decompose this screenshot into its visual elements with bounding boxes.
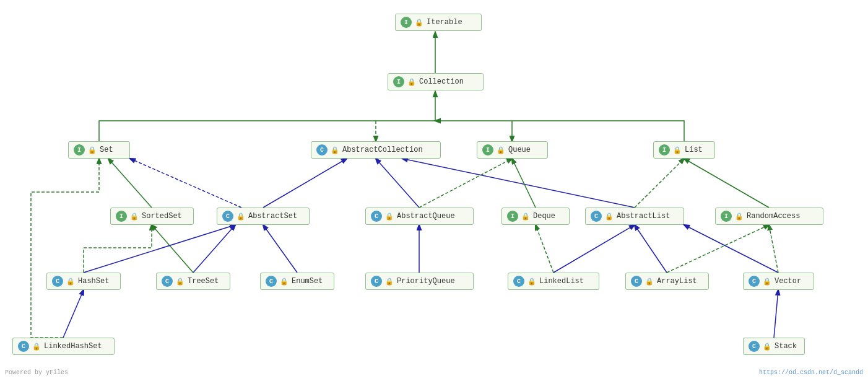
svg-line-20 xyxy=(769,225,778,273)
badge-treeset: C xyxy=(162,276,173,287)
node-priorityqueue: C 🔒 PriorityQueue xyxy=(365,273,474,290)
icon-hashset: 🔒 xyxy=(66,278,75,286)
node-queue: I 🔒 Queue xyxy=(477,141,548,159)
icon-queue: 🔒 xyxy=(497,146,505,154)
icon-priorityqueue: 🔒 xyxy=(385,278,394,286)
arrows-svg xyxy=(0,0,868,381)
icon-vector: 🔒 xyxy=(763,278,771,286)
node-deque: I 🔒 Deque xyxy=(501,208,570,225)
node-abstractlist: C 🔒 AbstractList xyxy=(585,208,684,225)
label-queue: Queue xyxy=(508,146,531,154)
label-abstractqueue: AbstractQueue xyxy=(397,212,455,221)
badge-enumset: C xyxy=(266,276,277,287)
icon-list: 🔒 xyxy=(673,146,682,154)
node-set: I 🔒 Set xyxy=(68,141,130,159)
label-treeset: TreeSet xyxy=(188,277,219,286)
svg-line-5 xyxy=(402,159,635,208)
label-priorityqueue: PriorityQueue xyxy=(397,277,455,286)
node-collection: I 🔒 Collection xyxy=(388,73,484,90)
label-abstractlist: AbstractList xyxy=(617,212,670,221)
icon-treeset: 🔒 xyxy=(176,278,184,286)
label-linkedlist: LinkedList xyxy=(539,277,584,286)
icon-set: 🔒 xyxy=(88,146,97,154)
node-list: I 🔒 List xyxy=(653,141,715,159)
icon-abstractcollection: 🔒 xyxy=(331,146,339,154)
icon-deque: 🔒 xyxy=(521,212,530,221)
svg-line-10 xyxy=(152,225,193,273)
svg-line-7 xyxy=(512,159,536,208)
badge-linkedhashset: C xyxy=(18,341,29,352)
icon-abstractset: 🔒 xyxy=(237,212,245,221)
svg-line-9 xyxy=(684,159,769,208)
watermark-left: Powered by yFiles xyxy=(5,369,68,376)
node-randomaccess: I 🔒 RandomAccess xyxy=(715,208,823,225)
badge-iterable: I xyxy=(401,17,412,28)
icon-linkedlist: 🔒 xyxy=(527,278,536,286)
badge-arraylist: C xyxy=(631,276,642,287)
label-randomaccess: RandomAccess xyxy=(747,212,800,221)
node-abstractset: C 🔒 AbstractSet xyxy=(217,208,310,225)
label-set: Set xyxy=(100,146,113,154)
icon-linkedhashset: 🔒 xyxy=(32,343,41,351)
label-abstractset: AbstractSet xyxy=(248,212,297,221)
svg-line-22 xyxy=(774,290,778,338)
label-arraylist: ArrayList xyxy=(657,277,697,286)
node-linkedlist: C 🔒 LinkedList xyxy=(508,273,599,290)
svg-line-17 xyxy=(635,225,667,273)
badge-deque: I xyxy=(507,211,518,222)
node-stack: C 🔒 Stack xyxy=(743,338,805,355)
label-enumset: EnumSet xyxy=(292,277,323,286)
svg-line-2 xyxy=(130,159,241,208)
label-collection: Collection xyxy=(419,77,464,86)
label-deque: Deque xyxy=(533,212,555,221)
badge-priorityqueue: C xyxy=(371,276,382,287)
label-list: List xyxy=(685,146,703,154)
label-stack: Stack xyxy=(775,342,797,351)
badge-randomaccess: I xyxy=(721,211,732,222)
label-iterable: Iterable xyxy=(427,18,462,27)
node-abstractcollection: C 🔒 AbstractCollection xyxy=(311,141,441,159)
icon-abstractlist: 🔒 xyxy=(605,212,614,221)
node-abstractqueue: C 🔒 AbstractQueue xyxy=(365,208,474,225)
badge-abstractlist: C xyxy=(591,211,602,222)
label-hashset: HashSet xyxy=(78,277,109,286)
icon-stack: 🔒 xyxy=(763,343,771,351)
label-sortedset: SortedSet xyxy=(142,212,182,221)
watermark-right: https://od.csdn.net/d_scandd xyxy=(759,369,863,376)
svg-line-8 xyxy=(635,159,684,208)
svg-line-16 xyxy=(553,225,635,273)
label-vector: Vector xyxy=(775,277,801,286)
icon-randomaccess: 🔒 xyxy=(735,212,744,221)
badge-list: I xyxy=(659,144,670,155)
node-linkedhashset: C 🔒 LinkedHashSet xyxy=(12,338,115,355)
icon-collection: 🔒 xyxy=(407,78,416,86)
node-treeset: C 🔒 TreeSet xyxy=(156,273,230,290)
svg-line-4 xyxy=(376,159,419,208)
icon-abstractqueue: 🔒 xyxy=(385,212,394,221)
svg-line-18 xyxy=(684,225,778,273)
badge-stack: C xyxy=(749,341,760,352)
node-hashset: C 🔒 HashSet xyxy=(46,273,121,290)
badge-linkedlist: C xyxy=(513,276,524,287)
svg-line-13 xyxy=(263,225,297,273)
node-iterable: I 🔒 Iterable xyxy=(395,14,482,31)
badge-collection: I xyxy=(393,76,404,87)
svg-line-3 xyxy=(263,159,347,208)
svg-line-12 xyxy=(193,225,235,273)
badge-abstractcollection: C xyxy=(316,144,328,155)
svg-line-15 xyxy=(536,225,553,273)
node-arraylist: C 🔒 ArrayList xyxy=(625,273,709,290)
badge-sortedset: I xyxy=(116,211,127,222)
icon-arraylist: 🔒 xyxy=(645,278,654,286)
badge-abstractqueue: C xyxy=(371,211,382,222)
badge-set: I xyxy=(74,144,85,155)
svg-line-19 xyxy=(667,225,769,273)
icon-sortedset: 🔒 xyxy=(130,212,139,221)
icon-enumset: 🔒 xyxy=(280,278,289,286)
node-sortedset: I 🔒 SortedSet xyxy=(110,208,194,225)
diagram-container: I 🔒 Iterable I 🔒 Collection I 🔒 Set C 🔒 … xyxy=(0,0,868,381)
label-abstractcollection: AbstractCollection xyxy=(342,146,423,154)
svg-line-11 xyxy=(84,225,235,273)
badge-hashset: C xyxy=(52,276,63,287)
icon-iterable: 🔒 xyxy=(415,19,423,27)
